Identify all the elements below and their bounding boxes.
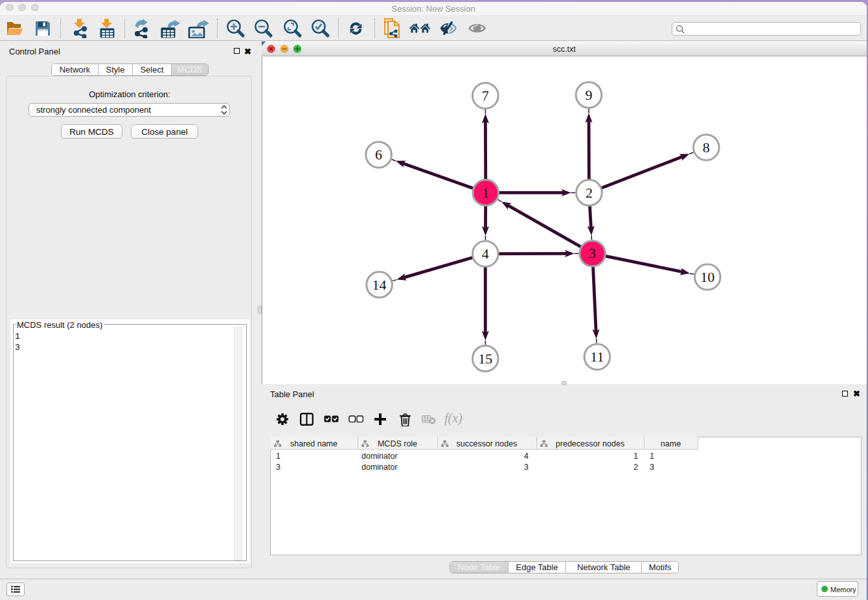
- svg-text:1: 1: [482, 185, 489, 201]
- svg-text:4: 4: [482, 246, 489, 262]
- svg-text:2: 2: [586, 185, 593, 201]
- svg-text:6: 6: [375, 146, 382, 163]
- svg-text:9: 9: [585, 87, 592, 103]
- svg-text:7: 7: [482, 87, 489, 104]
- svg-text:14: 14: [372, 277, 387, 293]
- svg-text:3: 3: [589, 245, 596, 261]
- svg-text:10: 10: [700, 269, 714, 285]
- svg-text:11: 11: [590, 349, 604, 365]
- svg-text:8: 8: [703, 139, 710, 156]
- svg-text:15: 15: [478, 351, 492, 367]
